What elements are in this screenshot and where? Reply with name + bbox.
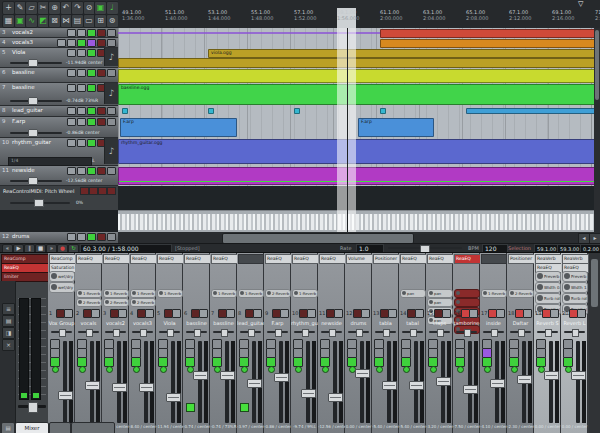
strip-name[interactable]: newside [318,320,345,326]
fx-slot-Positioner[interactable]: Positioner [373,254,400,264]
docker-icon-tab[interactable]: ▤ [1,422,15,433]
media-item[interactable] [122,108,128,114]
pan-thumb[interactable] [248,329,255,337]
pan-thumb[interactable] [113,329,120,337]
volume-fader-thumb[interactable] [85,381,100,390]
volume-fader-thumb[interactable] [112,383,127,392]
solo-button[interactable] [496,309,505,318]
io-button[interactable] [67,233,76,241]
pan-thumb[interactable] [140,329,147,337]
record-arm-on-button[interactable] [240,403,249,412]
fx-slot-ReaEQ[interactable]: ReaEQ [265,254,292,264]
send-knob-Preverb 43 ms[interactable]: Preverb 43 ms [562,271,588,282]
fx-slot-empty[interactable] [481,254,507,264]
mute-button[interactable] [97,118,106,126]
solo-button[interactable] [469,309,478,318]
volume-fader-thumb[interactable] [220,371,235,380]
pan-thumb[interactable] [572,329,579,337]
solo-button[interactable] [118,309,127,318]
send-knob-2-Reverb L[interactable]: 2-Reverb L [103,298,129,307]
tab-2[interactable] [49,422,71,433]
volume-fader-thumb[interactable] [166,393,181,402]
send-knob-pan[interactable]: pan [400,289,426,298]
fx-button[interactable] [77,39,86,47]
fx-slot-ReaEQ[interactable]: ReaEQ [184,254,211,264]
solo-button[interactable] [199,309,208,318]
media-item-F.arp[interactable]: F.arp [358,118,434,137]
volume-fader-thumb[interactable] [301,389,316,398]
volume-fader[interactable] [144,341,148,423]
strip-name[interactable]: Reverb S [534,320,561,326]
env-button[interactable] [77,233,86,241]
track-header-F.arp[interactable]: 9F.arp-0.86dB center [0,117,118,138]
track-name[interactable]: F.arp [12,118,25,124]
mixer-close-button[interactable]: × [2,339,15,351]
send-knob-1-Reverb S[interactable]: 1-Reverb S [130,289,156,298]
volume-fader[interactable] [576,341,580,423]
send-knob-pan[interactable]: pan [427,289,453,298]
strip-name[interactable]: Reverb L [561,320,588,326]
volume-fader-thumb[interactable] [436,377,451,386]
solo-button[interactable] [361,309,370,318]
strip-name[interactable]: vocals [75,320,102,326]
fx-button[interactable] [87,118,96,126]
strip-name[interactable]: tabla [372,320,399,326]
volume-fader[interactable] [333,341,337,423]
strip-name[interactable]: F.arp [264,320,291,326]
pan-thumb[interactable] [59,329,66,337]
send-knob[interactable] [454,298,480,307]
item-envelope-line[interactable] [119,181,596,182]
volume-fader-thumb[interactable] [544,371,559,380]
fx-slot-empty[interactable] [238,254,264,264]
envelope-panel-button[interactable] [89,187,98,195]
master-strip[interactable]: ReaCompReaEQlimiter ≡▤◨× [0,253,49,433]
pan-thumb[interactable] [410,329,417,337]
send-knob-1-Reverb S[interactable]: 1-Reverb S [76,289,102,298]
mixer-show-fx-button[interactable]: ▤ [2,315,15,327]
arrange-vertical-scrollbar[interactable] [594,28,600,232]
envelope-panel-button[interactable] [107,187,116,195]
solo-button[interactable] [307,309,316,318]
io-button[interactable] [67,69,76,77]
media-item[interactable] [380,29,597,38]
solo-button[interactable] [523,309,532,318]
send-knob-1-Reverb S[interactable]: 1-Reverb S [481,289,507,298]
fx-slot-Volume[interactable]: Volume [346,254,373,264]
fx-slot-ReaEQ[interactable]: ReaEQ [319,254,346,264]
volume-fader-thumb[interactable] [463,385,478,394]
drums-item[interactable] [118,210,600,232]
send-knob-Width 0.44[interactable]: Width 0.44 [535,282,561,293]
media-item[interactable] [380,39,597,48]
env-button[interactable] [77,107,86,115]
fx-slot-ReaEQ[interactable]: ReaEQ [211,254,238,264]
strip-name[interactable]: Vox Group [48,320,75,326]
fx-button[interactable] [87,107,96,115]
mute-button[interactable] [97,29,106,37]
envelope-panel-button[interactable] [80,187,89,195]
track-name[interactable]: vocals3 [12,39,33,45]
env-button[interactable] [77,69,86,77]
io-button[interactable] [67,84,76,92]
volume-fader-thumb[interactable] [517,375,532,384]
send-knob-1-Reverb S[interactable]: 1-Reverb S [103,289,129,298]
pitch-envelope-lane[interactable] [118,186,600,210]
send-knob-2-Reverb L[interactable]: 2-Reverb L [508,289,534,298]
send-knob-1-Reverb S[interactable]: 1-Reverb S [211,289,237,298]
track-header-bassline[interactable]: 6bassline [0,68,118,83]
fx-button[interactable] [87,167,96,175]
fx-slot-ReaEQ[interactable]: ReaEQ [130,254,157,264]
toolbar-settings-icon[interactable]: ⊛ [106,14,119,28]
media-item[interactable] [118,58,597,68]
send-knob-2-Reverb L[interactable]: 2-Reverb L [265,289,291,298]
strip-name[interactable]: bassline [210,320,237,326]
tab-mixer[interactable]: Mixer [15,422,49,433]
fx-slot-ReaEQ[interactable]: ReaEQ [427,254,454,264]
mixer-scrollbar[interactable] [589,253,600,433]
send-knob-wet/dry -4.40[interactable]: wet/dry -4.40 [49,271,75,282]
record-arm-on-button[interactable] [186,403,195,412]
volume-fader[interactable] [225,341,229,423]
strip-name[interactable]: Viola [156,320,183,326]
io-button[interactable] [57,39,66,47]
envelope-panel-button[interactable] [98,187,107,195]
edit-cursor[interactable] [347,28,348,232]
